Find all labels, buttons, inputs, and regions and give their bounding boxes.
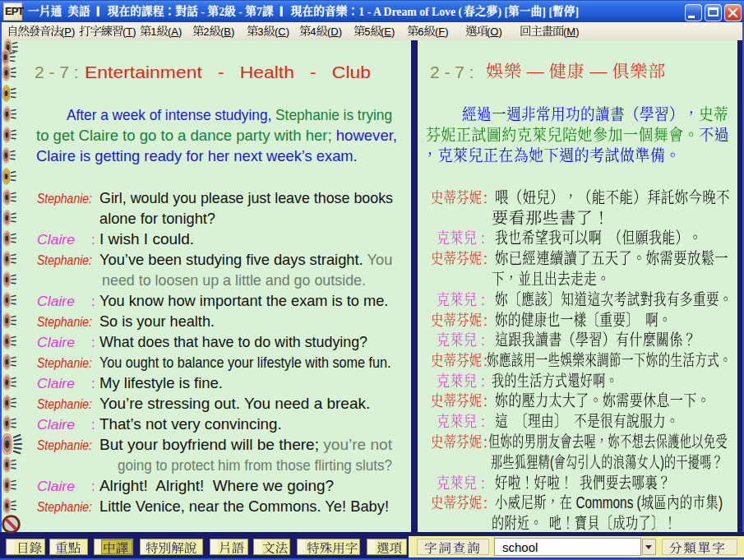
svg-text:4: 4	[310, 25, 316, 38]
svg-text:—: —	[527, 62, 544, 81]
svg-text:2: 2	[219, 4, 224, 18]
svg-text:1: 1	[150, 25, 156, 38]
svg-text:): )	[719, 493, 723, 511]
svg-text:7: 7	[256, 4, 262, 18]
svg-text:) [: ) [	[497, 4, 508, 19]
svg-text:1 - A Dream of Love (: 1 - A Dream of Love (	[358, 4, 462, 19]
svg-text:-: -	[201, 4, 205, 18]
svg-text:Commons (: Commons (	[576, 493, 641, 511]
svg-text:3: 3	[257, 25, 263, 38]
svg-text:2: 2	[203, 25, 209, 38]
svg-text:6: 6	[418, 25, 423, 38]
svg-text:5: 5	[364, 25, 370, 38]
svg-text:-: -	[238, 4, 243, 18]
svg-text:—: —	[590, 62, 608, 81]
svg-text:]: ]	[575, 4, 580, 18]
svg-text:] [: ] [	[542, 4, 552, 18]
svg-text:(: (	[550, 452, 554, 471]
svg-text:): )	[660, 452, 664, 471]
